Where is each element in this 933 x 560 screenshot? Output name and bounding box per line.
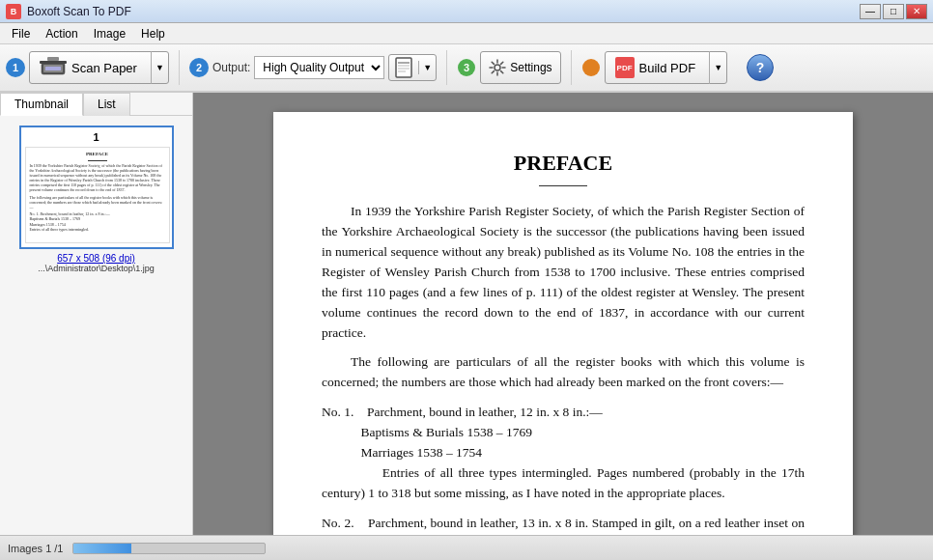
list-number-2: No. 2. <box>322 516 354 530</box>
step4-badge-icon <box>581 58 601 77</box>
doc-list-item-2: No. 2. Parchment, bound in leather, 13 i… <box>322 514 805 535</box>
separator-1 <box>179 50 180 85</box>
step3-badge-icon: 3 <box>457 58 476 77</box>
scan-paper-main[interactable]: Scan Paper <box>30 53 147 82</box>
list-sub-1-2: Entries of all three types intermingled.… <box>322 465 805 500</box>
menu-file[interactable]: File <box>4 25 38 42</box>
separator-3 <box>571 50 572 85</box>
output-label: Output: <box>212 61 250 74</box>
toolbar: 1 Scan Paper ▼ 2 Output: High Quality Ou… <box>0 44 933 93</box>
maximize-button[interactable]: □ <box>883 4 904 19</box>
list-text-1: Parchment, bound in leather, 12 in. x 8 … <box>367 405 603 419</box>
doc-list-item-1: No. 1. Parchment, bound in leather, 12 i… <box>322 403 805 504</box>
thumbnail-image-info[interactable]: 657 x 508 (96 dpi) <box>57 253 135 264</box>
menu-help[interactable]: Help <box>133 25 173 42</box>
gear-icon <box>489 59 506 76</box>
title-rule <box>539 185 587 186</box>
status-bar: Images 1 /1 <box>0 535 933 560</box>
list-number-1: No. 1. <box>322 405 353 419</box>
scanner-icon <box>40 57 67 78</box>
settings-label: Settings <box>510 61 551 74</box>
separator-2 <box>446 50 447 85</box>
title-bar: B Boxoft Scan To PDF — □ ✕ <box>0 0 933 23</box>
scan-paper-dropdown[interactable]: ▼ <box>151 51 168 84</box>
svg-rect-5 <box>396 58 411 77</box>
page-layout-button[interactable]: ▼ <box>388 54 437 81</box>
step2-badge: 2 <box>189 58 209 77</box>
thumbnail-file-path: ...\Administrator\Desktop\1.jpg <box>38 264 155 273</box>
window-title: Boxoft Scan To PDF <box>27 5 131 18</box>
close-button[interactable]: ✕ <box>906 4 927 19</box>
menu-action[interactable]: Action <box>38 25 85 42</box>
thumbnail-container[interactable]: 1 PREFACE In 1939 the Yorkshire Parish R… <box>19 126 174 249</box>
step1-badge: 1 <box>6 58 25 77</box>
status-progress-fill <box>73 544 130 553</box>
app-icon: B <box>6 4 21 19</box>
menu-bar: File Action Image Help <box>0 23 933 44</box>
output-quality-select[interactable]: High Quality Output Standard Quality Low… <box>254 56 384 79</box>
scan-paper-label: Scan Paper <box>71 61 137 75</box>
build-pdf-dropdown[interactable]: ▼ <box>709 51 726 84</box>
settings-button[interactable]: Settings <box>480 51 560 84</box>
doc-paragraph-2: The following are particulars of all the… <box>322 352 805 393</box>
list-text-2: Parchment, bound in leather, 13 in. x 8 … <box>322 516 805 535</box>
svg-rect-2 <box>45 67 61 70</box>
content-area[interactable]: PREFACE In 1939 the Yorkshire Parish Reg… <box>193 93 933 535</box>
build-pdf-main[interactable]: PDF Build PDF <box>606 53 706 82</box>
left-panel: Thumbnail List 1 PREFACE In 1939 the Yor… <box>0 93 193 535</box>
thumbnail-page-number: 1 <box>25 131 168 143</box>
tab-list[interactable]: List <box>83 93 130 116</box>
page-icon <box>395 57 412 78</box>
document-title: PREFACE <box>322 151 805 176</box>
svg-point-13 <box>582 59 600 76</box>
toolbar-step2: 2 Output: High Quality Output Standard Q… <box>189 54 437 81</box>
page-layout-dropdown[interactable]: ▼ <box>418 61 436 74</box>
thumbnail-area: 1 PREFACE In 1939 the Yorkshire Parish R… <box>0 116 192 535</box>
build-pdf-button[interactable]: PDF Build PDF ▼ <box>605 51 728 84</box>
svg-point-12 <box>495 65 500 70</box>
pdf-icon: PDF <box>615 57 635 78</box>
thumbnail-preview: PREFACE In 1939 the Yorkshire Parish Reg… <box>26 148 169 236</box>
scan-paper-button[interactable]: Scan Paper ▼ <box>29 51 169 84</box>
build-pdf-label: Build PDF <box>639 61 696 75</box>
minimize-button[interactable]: — <box>860 4 881 19</box>
toolbar-step3: 3 Settings <box>457 51 560 84</box>
main-area: Thumbnail List 1 PREFACE In 1939 the Yor… <box>0 93 933 535</box>
document-body: In 1939 the Yorkshire Parish Register So… <box>322 202 805 535</box>
page-layout-icon-area <box>389 55 418 80</box>
svg-rect-4 <box>47 57 59 61</box>
svg-rect-3 <box>40 61 67 64</box>
window-controls: — □ ✕ <box>860 4 927 19</box>
status-progress-bar <box>72 543 266 554</box>
thumbnail-image: PREFACE In 1939 the Yorkshire Parish Reg… <box>25 147 170 243</box>
help-button[interactable]: ? <box>747 54 774 81</box>
tab-bar: Thumbnail List <box>0 93 192 116</box>
tab-thumbnail[interactable]: Thumbnail <box>0 93 83 116</box>
menu-image[interactable]: Image <box>86 25 133 42</box>
toolbar-step4: PDF Build PDF ▼ <box>581 51 728 84</box>
toolbar-step1: 1 Scan Paper ▼ <box>6 51 169 84</box>
list-sub-1-1: Marriages 1538 – 1754 <box>361 445 483 460</box>
doc-paragraph-1: In 1939 the Yorkshire Parish Register So… <box>322 202 805 343</box>
list-sub-1-0: Baptisms & Burials 1538 – 1769 <box>361 425 532 439</box>
status-text: Images 1 /1 <box>8 543 63 554</box>
document-page: PREFACE In 1939 the Yorkshire Parish Reg… <box>273 112 853 535</box>
svg-text:3: 3 <box>464 62 469 73</box>
